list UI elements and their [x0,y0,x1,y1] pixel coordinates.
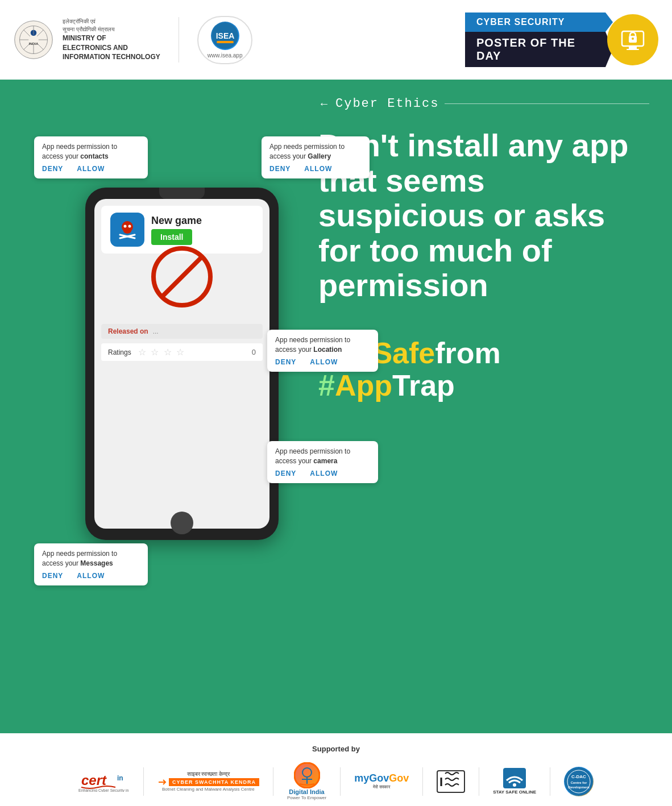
category-text: Cyber Ethics [335,97,439,111]
mygov-text: myGovGov [354,772,409,784]
digital-india-text: Digital India [289,788,324,795]
app-name: New game [151,215,254,227]
icc-icon: I [438,771,463,792]
poster-of-day-title: POSTER OF THE DAY [465,32,613,67]
no-sign-icon [151,246,213,308]
digital-india-item: Digital India Power To Empower [287,762,326,800]
released-value: ... [153,327,159,335]
messages-permission-text: App needs permission to access your Mess… [42,549,140,568]
camera-permission-text: App needs permission to access your came… [275,447,370,466]
messages-resource: Messages [80,559,113,567]
contacts-deny-button[interactable]: DENY [42,165,63,173]
govt-emblem: INDIA [14,20,53,60]
swachh-subtitle-row: CYBER SWACHHTA KENDRA [157,778,259,787]
ministry-hindi: इलेक्ट्रॉनिकी एवंसूचना प्रौद्योगिकी मंत्… [63,18,160,34]
messages-deny-button[interactable]: DENY [42,572,63,580]
footer-logos: cert in Enhancing Cyber Security in Indi… [78,762,594,800]
svg-text:I: I [439,775,443,789]
footer-divider-6 [550,767,550,796]
app-icon [110,213,144,247]
footer: Supported by cert in Enhancing Cyber Sec… [0,733,672,806]
gallery-resource: Gallery [308,152,331,160]
released-label: Released on [108,327,148,335]
permission-dialog-contacts: App needs permission to access your cont… [34,136,148,178]
camera-resource: camera [313,457,337,465]
hash-symbol-2: # [318,369,335,402]
location-allow-button[interactable]: ALLOW [310,358,338,366]
footer-divider-1 [143,767,144,796]
svg-text:Development: Development [568,786,590,789]
phone-screen: New game Install Released [94,199,269,529]
phone-home-button[interactable] [171,512,193,534]
permission-dialog-camera: App needs permission to access your came… [267,441,378,483]
svg-text:Enhancing Cyber Security in In: Enhancing Cyber Security in India [78,788,130,792]
swachh-kendra-item: साइबर स्वच्छता केन्द्र CYBER SWACHHTA KE… [157,771,259,792]
left-panel: App needs permission to access your cont… [23,97,296,716]
svg-text:cert: cert [81,772,107,788]
install-button[interactable]: Install [151,229,192,245]
footer-divider-4 [422,767,423,796]
from-text: from [435,337,501,369]
ratings-row: Ratings ☆ ☆ ☆ ☆ 0 [101,343,263,361]
svg-point-33 [302,768,312,777]
gallery-permission-text: App needs permission to access your Gall… [269,142,362,161]
cyber-badge: CYBER SECURITY POSTER OF THE DAY [465,13,613,67]
messages-allow-button[interactable]: ALLOW [77,572,105,580]
permission-dialog-location: App needs permission to access your Loca… [267,330,378,372]
header-left: INDIA इलेक्ट्रॉनिकी एवंसूचना प्रौद्योगिक… [14,16,454,64]
ministry-english: MINISTRY OF [63,34,160,43]
isea-badge: ISEA www.isea.app [197,16,253,64]
right-panel: ← Cyber Ethics Don't install any app tha… [318,97,649,716]
cyber-security-title: CYBER SECURITY [465,13,613,32]
gallery-buttons: DENY ALLOW [269,165,362,173]
svg-point-24 [128,225,131,228]
svg-text:C-DAC: C-DAC [571,774,586,779]
footer-divider-5 [479,767,479,796]
swachh-arrow-icon [157,778,167,787]
rating-count: 0 [252,348,256,356]
digital-india-sub: Power To Empower [287,795,326,800]
phone-container: App needs permission to access your cont… [85,153,279,540]
svg-text:ISEA: ISEA [215,31,234,40]
mygov-item: myGovGov मेरो सरकार [354,772,409,790]
main-content: App needs permission to access your cont… [0,80,672,733]
svg-line-28 [162,257,202,297]
svg-text:in: in [117,774,123,782]
no-sign-container [101,246,263,308]
phone-mockup: New game Install Released [85,188,279,540]
trap-text: Trap [392,369,455,402]
location-buttons: DENY ALLOW [275,358,370,366]
stay-safe-icon [503,768,526,788]
swachh-subtitle: CYBER SWACHHTA KENDRA [169,778,259,786]
camera-deny-button[interactable]: DENY [275,470,296,477]
permission-dialog-gallery: App needs permission to access your Gall… [262,136,370,178]
released-row: Released on ... [101,324,263,339]
ministry-text: इलेक्ट्रॉनिकी एवंसूचना प्रौद्योगिकी मंत्… [63,18,160,62]
location-resource: Location [313,346,342,354]
ministry-dept: ELECTRONICS ANDINFORMATION TECHNOLOGY [63,43,160,63]
digital-india-icon [294,762,320,788]
cert-logo-item: cert in Enhancing Cyber Security in Indi… [78,769,130,794]
contacts-resource: contacts [80,152,108,160]
location-deny-button[interactable]: DENY [275,358,296,366]
app-info: New game Install [151,215,254,245]
gallery-deny-button[interactable]: DENY [269,165,291,173]
swachh-desc: Botnet Cleaning and Malware Analysis Cen… [162,787,255,792]
svg-text:Centre for: Centre for [571,781,587,784]
svg-point-32 [294,763,320,788]
gallery-allow-button[interactable]: ALLOW [304,165,332,173]
messages-buttons: DENY ALLOW [42,572,140,580]
svg-rect-16 [629,46,637,49]
supported-by-label: Supported by [312,745,360,753]
contacts-permission-text: App needs permission to access your cont… [42,142,140,161]
svg-rect-14 [217,41,234,43]
header: INDIA इलेक्ट्रॉनिकी एवंसूचना प्रौद्योगिक… [0,0,672,80]
phone-notch [159,188,205,199]
footer-divider-2 [273,767,273,796]
category-label: ← Cyber Ethics [318,97,649,111]
camera-allow-button[interactable]: ALLOW [310,470,338,477]
contacts-allow-button[interactable]: ALLOW [77,165,105,173]
svg-rect-17 [627,49,639,50]
cert-logo: cert in Enhancing Cyber Security in Indi… [78,769,130,794]
camera-buttons: DENY ALLOW [275,470,370,477]
